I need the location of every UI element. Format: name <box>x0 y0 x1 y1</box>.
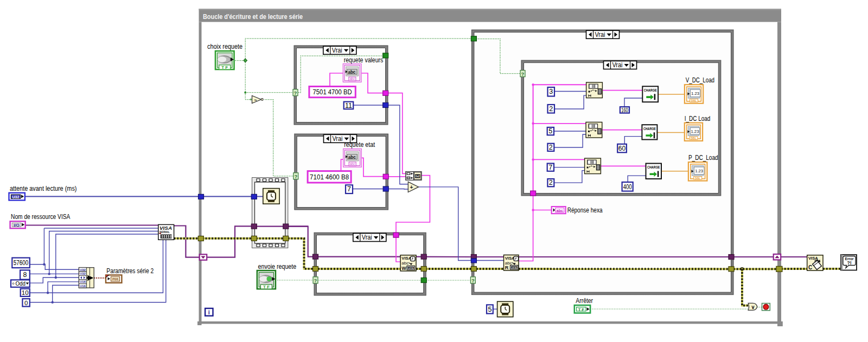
svg-text:?: ? <box>471 278 475 283</box>
svg-text:8: 8 <box>23 271 27 279</box>
svg-text:C: C <box>808 264 812 270</box>
svg-text:?: ? <box>294 173 297 179</box>
svg-text:I/O: I/O <box>14 223 20 227</box>
svg-text:DBL: DBL <box>691 137 697 140</box>
svg-text:∨: ∨ <box>751 304 755 310</box>
svg-text:abc: abc <box>348 69 355 75</box>
svg-text:abc: abc <box>350 162 355 166</box>
svg-text:Vrai: Vrai <box>612 61 623 69</box>
svg-text:+: + <box>410 184 413 190</box>
svg-text:7101 4600 B8: 7101 4600 B8 <box>310 173 349 181</box>
svg-text:U16: U16 <box>80 285 86 288</box>
svg-text:CHARGE: CHARGE <box>643 127 656 131</box>
svg-text:P06: P06 <box>112 278 119 281</box>
svg-text:2: 2 <box>549 144 553 151</box>
svg-text:R: R <box>505 265 509 270</box>
svg-text:abc: abc <box>557 209 563 212</box>
svg-text:U32: U32 <box>12 195 20 199</box>
svg-text:Arrêter: Arrêter <box>576 297 593 305</box>
svg-text:P_DC_Load: P_DC_Load <box>688 154 718 162</box>
svg-text:envoie requete: envoie requete <box>258 263 297 270</box>
svg-text:abc: abc <box>349 77 355 81</box>
svg-text:attente avant lecture (ms): attente avant lecture (ms) <box>10 185 77 192</box>
svg-text:W: W <box>401 266 406 271</box>
svg-text:11: 11 <box>345 102 352 109</box>
svg-text:?: ? <box>294 90 297 96</box>
svg-text:5: 5 <box>488 306 492 313</box>
svg-text:1.23: 1.23 <box>695 169 704 173</box>
svg-text:?!: ?! <box>847 260 852 266</box>
svg-text:57600: 57600 <box>14 259 29 267</box>
svg-text:Réponse hexa: Réponse hexa <box>567 207 603 214</box>
svg-text:U16: U16 <box>80 280 86 283</box>
svg-text:0x2: 0x2 <box>416 175 420 178</box>
svg-text:GPIB: GPIB <box>512 266 516 269</box>
svg-text:GPIB: GPIB <box>409 267 413 269</box>
svg-text:T F: T F <box>263 285 270 289</box>
svg-text:abc: abc <box>348 154 356 160</box>
svg-text:CHARGE: CHARGE <box>644 88 657 92</box>
svg-text:1.23: 1.23 <box>691 91 700 96</box>
svg-text:Vrai: Vrai <box>595 31 605 38</box>
svg-text:Paramètres série 2: Paramètres série 2 <box>106 267 154 275</box>
svg-text:requete etat: requete etat <box>344 141 375 149</box>
svg-text:?: ? <box>314 278 317 283</box>
svg-text:7501 4700 BD: 7501 4700 BD <box>313 88 352 96</box>
svg-text:VISA: VISA <box>401 256 411 261</box>
svg-text:10: 10 <box>22 289 29 296</box>
svg-text:i: i <box>208 309 210 315</box>
svg-text:¬: ¬ <box>254 98 257 102</box>
svg-text:CHARGE: CHARGE <box>647 165 660 169</box>
svg-text:2: 2 <box>549 105 553 113</box>
svg-text:choix requete: choix requete <box>207 43 242 50</box>
svg-text:U32: U32 <box>80 268 86 272</box>
svg-text:I_DC Load: I_DC Load <box>685 115 711 122</box>
svg-text:60: 60 <box>618 145 626 152</box>
svg-text:400: 400 <box>623 183 632 191</box>
svg-text:SERIAL: SERIAL <box>159 230 170 234</box>
svg-text:VISA: VISA <box>505 256 515 261</box>
svg-text:Nom de ressource VISA: Nom de ressource VISA <box>11 213 70 221</box>
svg-text:160: 160 <box>621 107 628 113</box>
svg-text:Vrai: Vrai <box>333 135 343 143</box>
svg-text:3: 3 <box>549 88 553 95</box>
svg-text:5: 5 <box>548 127 552 135</box>
svg-text:?: ? <box>521 71 525 77</box>
svg-text:T F: T F <box>578 307 585 312</box>
svg-text:Vrai: Vrai <box>332 47 342 54</box>
svg-text:V_DC_Load: V_DC_Load <box>686 76 714 84</box>
svg-text:7: 7 <box>548 164 552 171</box>
svg-text:1.23: 1.23 <box>691 129 699 134</box>
svg-text:Odd: Odd <box>16 280 26 287</box>
svg-text:U32: U32 <box>80 272 86 275</box>
svg-text:0: 0 <box>24 300 28 306</box>
svg-text:T F: T F <box>221 65 228 70</box>
svg-text:2: 2 <box>549 179 553 186</box>
svg-text:Vrai: Vrai <box>362 234 372 241</box>
svg-text:Boucle d'écriture et de lectur: Boucle d'écriture et de lecture série <box>203 12 303 21</box>
svg-text:VISA: VISA <box>159 225 172 231</box>
svg-text:requete valeurs: requete valeurs <box>344 56 384 64</box>
svg-text:7: 7 <box>347 185 351 193</box>
svg-text:DBL: DBL <box>695 177 701 180</box>
svg-text:DBL: DBL <box>691 99 698 102</box>
